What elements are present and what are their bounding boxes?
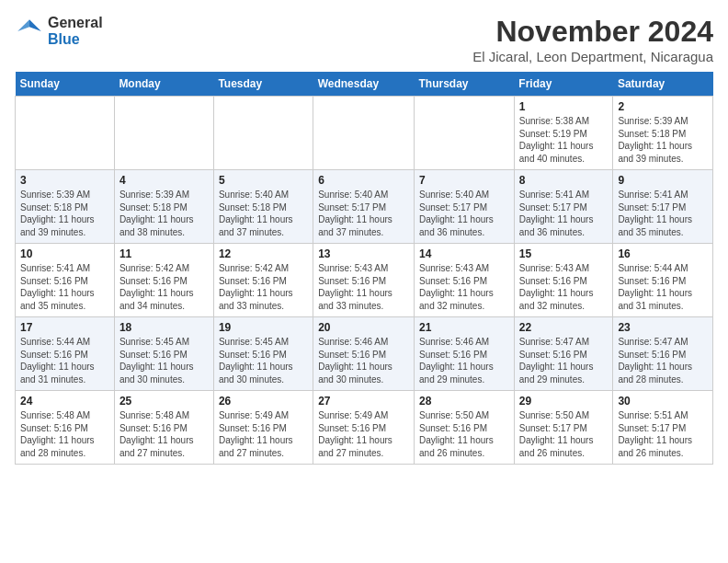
header-tuesday: Tuesday — [213, 72, 313, 97]
day-number: 15 — [519, 247, 609, 260]
day-info: Sunrise: 5:49 AM Sunset: 5:16 PM Dayligh… — [318, 409, 409, 459]
day-number: 30 — [618, 395, 708, 408]
day-number: 8 — [519, 174, 609, 187]
calendar-cell: 12Sunrise: 5:42 AM Sunset: 5:16 PM Dayli… — [213, 244, 313, 317]
day-number: 25 — [119, 395, 209, 408]
calendar-cell: 28Sunrise: 5:50 AM Sunset: 5:16 PM Dayli… — [415, 391, 515, 465]
day-info: Sunrise: 5:40 AM Sunset: 5:17 PM Dayligh… — [419, 189, 509, 238]
day-number: 20 — [318, 321, 409, 334]
day-number: 18 — [119, 321, 209, 334]
day-number: 16 — [618, 247, 708, 260]
day-info: Sunrise: 5:41 AM Sunset: 5:16 PM Dayligh… — [20, 262, 109, 312]
calendar-cell: 22Sunrise: 5:47 AM Sunset: 5:16 PM Dayli… — [514, 317, 613, 391]
day-info: Sunrise: 5:43 AM Sunset: 5:16 PM Dayligh… — [519, 262, 609, 312]
day-number: 7 — [419, 174, 509, 187]
day-info: Sunrise: 5:49 AM Sunset: 5:16 PM Dayligh… — [219, 409, 308, 459]
day-number: 23 — [618, 321, 708, 334]
logo-blue: Blue — [48, 31, 103, 48]
calendar-cell: 8Sunrise: 5:41 AM Sunset: 5:17 PM Daylig… — [514, 170, 613, 244]
day-info: Sunrise: 5:39 AM Sunset: 5:18 PM Dayligh… — [119, 189, 209, 238]
day-info: Sunrise: 5:48 AM Sunset: 5:16 PM Dayligh… — [20, 409, 109, 459]
day-info: Sunrise: 5:42 AM Sunset: 5:16 PM Dayligh… — [119, 262, 209, 312]
header-row: SundayMondayTuesdayWednesdayThursdayFrid… — [16, 72, 713, 97]
day-info: Sunrise: 5:44 AM Sunset: 5:16 PM Dayligh… — [618, 262, 708, 312]
day-number: 3 — [20, 174, 109, 187]
header-sunday: Sunday — [16, 72, 115, 97]
day-info: Sunrise: 5:43 AM Sunset: 5:16 PM Dayligh… — [318, 262, 409, 312]
day-number: 17 — [20, 321, 109, 334]
day-info: Sunrise: 5:46 AM Sunset: 5:16 PM Dayligh… — [318, 336, 409, 385]
calendar-cell: 25Sunrise: 5:48 AM Sunset: 5:16 PM Dayli… — [114, 391, 213, 465]
day-number: 19 — [219, 321, 308, 334]
calendar-cell: 19Sunrise: 5:45 AM Sunset: 5:16 PM Dayli… — [213, 317, 313, 391]
day-info: Sunrise: 5:40 AM Sunset: 5:18 PM Dayligh… — [219, 189, 308, 238]
day-number: 24 — [20, 395, 109, 408]
day-number: 14 — [419, 247, 509, 260]
calendar-cell: 23Sunrise: 5:47 AM Sunset: 5:16 PM Dayli… — [613, 317, 713, 391]
calendar-cell: 17Sunrise: 5:44 AM Sunset: 5:16 PM Dayli… — [16, 317, 115, 391]
calendar-cell: 4Sunrise: 5:39 AM Sunset: 5:18 PM Daylig… — [114, 170, 213, 244]
day-number: 26 — [219, 395, 308, 408]
day-info: Sunrise: 5:41 AM Sunset: 5:17 PM Dayligh… — [519, 189, 609, 238]
calendar-cell: 11Sunrise: 5:42 AM Sunset: 5:16 PM Dayli… — [114, 244, 213, 317]
day-number: 13 — [318, 247, 409, 260]
day-number: 28 — [419, 395, 509, 408]
logo: General Blue — [15, 15, 103, 47]
calendar-cell: 9Sunrise: 5:41 AM Sunset: 5:17 PM Daylig… — [613, 170, 713, 244]
header-saturday: Saturday — [613, 72, 713, 97]
calendar-cell — [16, 97, 115, 170]
day-info: Sunrise: 5:45 AM Sunset: 5:16 PM Dayligh… — [119, 336, 209, 385]
calendar-table: SundayMondayTuesdayWednesdayThursdayFrid… — [15, 72, 713, 465]
week-row-1: 1Sunrise: 5:38 AM Sunset: 5:19 PM Daylig… — [16, 97, 713, 170]
day-info: Sunrise: 5:41 AM Sunset: 5:17 PM Dayligh… — [618, 189, 708, 238]
day-number: 9 — [618, 174, 708, 187]
day-number: 2 — [618, 100, 708, 113]
day-info: Sunrise: 5:39 AM Sunset: 5:18 PM Dayligh… — [20, 189, 109, 238]
day-number: 29 — [519, 395, 609, 408]
week-row-2: 3Sunrise: 5:39 AM Sunset: 5:18 PM Daylig… — [16, 170, 713, 244]
calendar-cell — [114, 97, 213, 170]
calendar-cell — [213, 97, 313, 170]
svg-marker-0 — [29, 19, 41, 31]
day-number: 21 — [419, 321, 509, 334]
day-number: 4 — [119, 174, 209, 187]
day-number: 1 — [519, 100, 609, 113]
day-info: Sunrise: 5:43 AM Sunset: 5:16 PM Dayligh… — [419, 262, 509, 312]
header-thursday: Thursday — [415, 72, 515, 97]
day-info: Sunrise: 5:46 AM Sunset: 5:16 PM Dayligh… — [419, 336, 509, 385]
calendar-cell: 21Sunrise: 5:46 AM Sunset: 5:16 PM Dayli… — [415, 317, 515, 391]
logo-icon — [15, 17, 44, 46]
calendar-cell: 10Sunrise: 5:41 AM Sunset: 5:16 PM Dayli… — [16, 244, 115, 317]
calendar-cell: 1Sunrise: 5:38 AM Sunset: 5:19 PM Daylig… — [514, 97, 613, 170]
calendar-cell: 5Sunrise: 5:40 AM Sunset: 5:18 PM Daylig… — [213, 170, 313, 244]
day-info: Sunrise: 5:39 AM Sunset: 5:18 PM Dayligh… — [618, 115, 708, 165]
calendar-cell — [415, 97, 515, 170]
calendar-cell: 26Sunrise: 5:49 AM Sunset: 5:16 PM Dayli… — [213, 391, 313, 465]
calendar-cell: 29Sunrise: 5:50 AM Sunset: 5:17 PM Dayli… — [514, 391, 613, 465]
svg-marker-1 — [17, 19, 29, 31]
main-title: November 2024 — [472, 15, 713, 49]
day-info: Sunrise: 5:48 AM Sunset: 5:16 PM Dayligh… — [119, 409, 209, 459]
day-info: Sunrise: 5:38 AM Sunset: 5:19 PM Dayligh… — [519, 115, 609, 165]
page-header: General Blue November 2024 El Jicaral, L… — [15, 15, 713, 64]
subtitle: El Jicaral, Leon Department, Nicaragua — [472, 49, 713, 64]
calendar-cell: 7Sunrise: 5:40 AM Sunset: 5:17 PM Daylig… — [415, 170, 515, 244]
day-number: 10 — [20, 247, 109, 260]
day-number: 22 — [519, 321, 609, 334]
calendar-cell: 14Sunrise: 5:43 AM Sunset: 5:16 PM Dayli… — [415, 244, 515, 317]
day-info: Sunrise: 5:40 AM Sunset: 5:17 PM Dayligh… — [318, 189, 409, 238]
day-number: 11 — [119, 247, 209, 260]
header-friday: Friday — [514, 72, 613, 97]
day-info: Sunrise: 5:44 AM Sunset: 5:16 PM Dayligh… — [20, 336, 109, 385]
calendar-cell: 27Sunrise: 5:49 AM Sunset: 5:16 PM Dayli… — [313, 391, 415, 465]
calendar-cell: 15Sunrise: 5:43 AM Sunset: 5:16 PM Dayli… — [514, 244, 613, 317]
calendar-cell: 20Sunrise: 5:46 AM Sunset: 5:16 PM Dayli… — [313, 317, 415, 391]
day-info: Sunrise: 5:50 AM Sunset: 5:16 PM Dayligh… — [419, 409, 509, 459]
day-number: 6 — [318, 174, 409, 187]
title-section: November 2024 El Jicaral, Leon Departmen… — [472, 15, 713, 64]
week-row-3: 10Sunrise: 5:41 AM Sunset: 5:16 PM Dayli… — [16, 244, 713, 317]
calendar-cell: 30Sunrise: 5:51 AM Sunset: 5:17 PM Dayli… — [613, 391, 713, 465]
calendar-cell: 3Sunrise: 5:39 AM Sunset: 5:18 PM Daylig… — [16, 170, 115, 244]
calendar-cell: 18Sunrise: 5:45 AM Sunset: 5:16 PM Dayli… — [114, 317, 213, 391]
calendar-cell: 6Sunrise: 5:40 AM Sunset: 5:17 PM Daylig… — [313, 170, 415, 244]
